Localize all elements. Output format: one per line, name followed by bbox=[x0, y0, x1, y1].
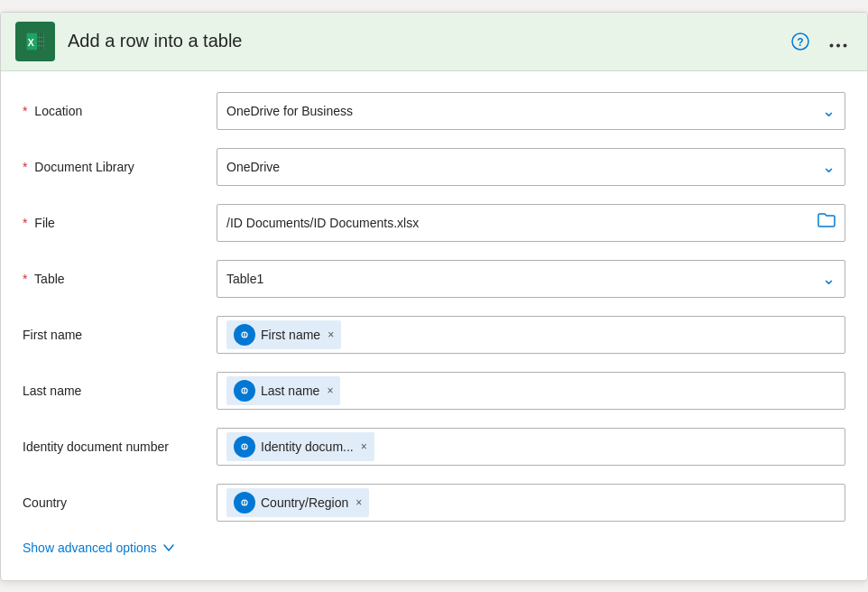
first-name-row: First name First name bbox=[23, 313, 845, 356]
dynamic-content-icon bbox=[234, 324, 255, 346]
dynamic-content-icon bbox=[234, 436, 255, 458]
first-name-tag-container: First name × bbox=[226, 320, 341, 349]
required-star: * bbox=[23, 104, 27, 118]
identity-document-label: Identity document number bbox=[23, 439, 217, 454]
location-row: * Location OneDrive for Business ⌄ bbox=[23, 89, 845, 133]
table-row: * Table Table1 ⌄ bbox=[23, 257, 845, 301]
document-library-dropdown[interactable]: OneDrive ⌄ bbox=[217, 148, 845, 186]
file-row: * File /ID Documents/ID Documents.xlsx bbox=[23, 201, 845, 245]
first-name-tag-close[interactable]: × bbox=[328, 329, 334, 340]
identity-document-tag: Identity docum... × bbox=[226, 432, 374, 461]
identity-document-tag-close[interactable]: × bbox=[361, 441, 367, 452]
help-button[interactable]: ? bbox=[786, 27, 815, 56]
last-name-field[interactable]: Last name × bbox=[217, 372, 845, 410]
country-label: Country bbox=[23, 495, 217, 510]
required-star: * bbox=[23, 160, 27, 174]
card: X Add a row into a table ? bbox=[0, 12, 868, 581]
file-input[interactable]: /ID Documents/ID Documents.xlsx bbox=[217, 204, 845, 242]
chevron-down-icon: ⌄ bbox=[822, 101, 836, 121]
document-library-row: * Document Library OneDrive ⌄ bbox=[23, 145, 845, 189]
form-body: * Location OneDrive for Business ⌄ * Doc… bbox=[1, 71, 867, 580]
first-name-label: First name bbox=[23, 328, 217, 342]
dynamic-content-icon bbox=[234, 380, 255, 402]
more-options-button[interactable] bbox=[824, 29, 853, 54]
first-name-tag: First name × bbox=[226, 320, 341, 349]
country-tag-close[interactable]: × bbox=[356, 497, 362, 508]
svg-point-6 bbox=[844, 43, 847, 47]
location-dropdown[interactable]: OneDrive for Business ⌄ bbox=[217, 92, 845, 130]
identity-document-tag-container: Identity docum... × bbox=[226, 432, 374, 461]
identity-document-field[interactable]: Identity docum... × bbox=[217, 428, 845, 466]
dynamic-content-icon bbox=[234, 492, 255, 513]
country-row: Country Country/Region bbox=[23, 481, 845, 524]
chevron-down-icon bbox=[162, 541, 175, 554]
last-name-tag: Last name × bbox=[226, 376, 340, 405]
chevron-down-icon: ⌄ bbox=[822, 269, 836, 289]
show-advanced-button[interactable]: Show advanced options bbox=[23, 537, 175, 559]
country-tag: Country/Region × bbox=[226, 488, 369, 517]
svg-text:X: X bbox=[28, 36, 34, 47]
folder-icon bbox=[817, 212, 836, 233]
country-tag-container: Country/Region × bbox=[226, 488, 369, 517]
required-star: * bbox=[23, 216, 27, 230]
chevron-down-icon: ⌄ bbox=[822, 157, 836, 177]
svg-point-5 bbox=[836, 43, 840, 47]
first-name-field[interactable]: First name × bbox=[217, 316, 845, 354]
last-name-row: Last name Last name bbox=[23, 369, 845, 412]
header-actions: ? bbox=[786, 27, 853, 56]
required-star: * bbox=[23, 272, 27, 286]
last-name-tag-close[interactable]: × bbox=[327, 385, 333, 396]
file-label: * File bbox=[23, 216, 217, 230]
document-library-label: * Document Library bbox=[23, 160, 217, 174]
excel-icon: X bbox=[15, 22, 55, 61]
dialog-header: X Add a row into a table ? bbox=[1, 13, 867, 71]
svg-text:?: ? bbox=[797, 36, 803, 49]
svg-point-4 bbox=[830, 43, 834, 47]
dialog-title: Add a row into a table bbox=[68, 31, 773, 51]
last-name-tag-container: Last name × bbox=[226, 376, 340, 405]
table-label: * Table bbox=[23, 272, 217, 286]
location-label: * Location bbox=[23, 104, 217, 118]
last-name-label: Last name bbox=[23, 384, 217, 398]
identity-document-row: Identity document number Ident bbox=[23, 425, 845, 468]
table-dropdown[interactable]: Table1 ⌄ bbox=[217, 260, 845, 298]
country-field[interactable]: Country/Region × bbox=[217, 484, 845, 522]
